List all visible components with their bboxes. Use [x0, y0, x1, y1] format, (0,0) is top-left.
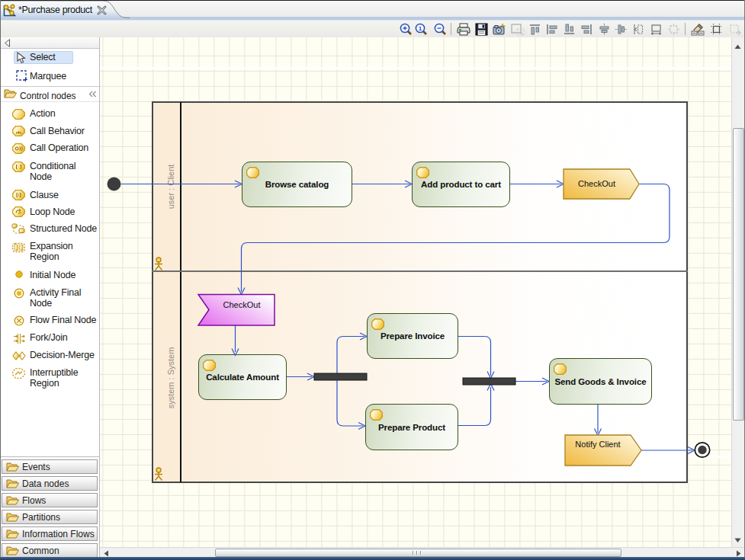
svg-text:1: 1 [419, 25, 422, 32]
